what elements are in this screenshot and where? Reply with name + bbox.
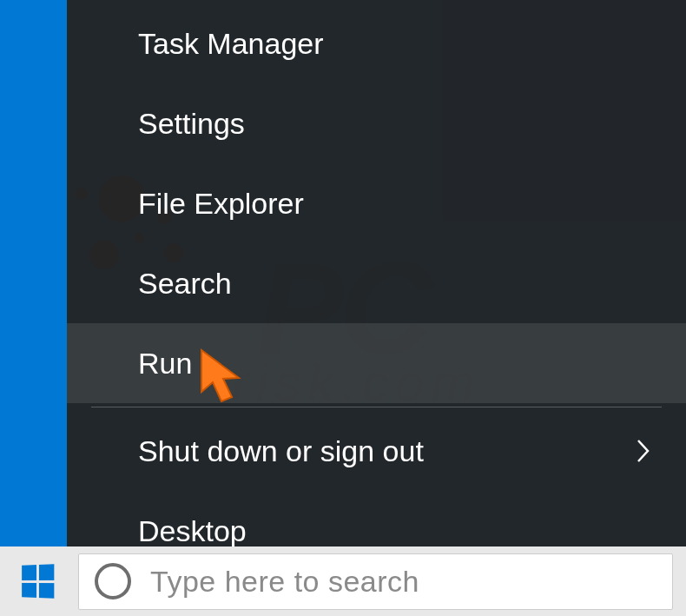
menu-item-task-manager[interactable]: Task Manager (67, 3, 686, 83)
menu-item-run[interactable]: Run (67, 323, 686, 403)
menu-divider (91, 407, 662, 407)
chevron-right-icon (636, 437, 651, 465)
search-placeholder: Type here to search (150, 565, 419, 599)
menu-item-label: Run (138, 347, 192, 381)
menu-item-label: Desktop (138, 514, 247, 548)
menu-item-label: Search (138, 267, 232, 301)
menu-item-file-explorer[interactable]: File Explorer (67, 163, 686, 243)
menu-item-search[interactable]: Search (67, 243, 686, 323)
menu-item-label: Settings (138, 107, 245, 141)
winx-context-menu: Task Manager Settings File Explorer Sear… (67, 0, 686, 573)
search-icon (95, 563, 131, 599)
menu-item-label: Shut down or sign out (138, 434, 424, 468)
taskbar: Type here to search (0, 546, 686, 616)
menu-item-label: Task Manager (138, 27, 324, 61)
start-button[interactable] (0, 546, 74, 616)
windows-logo-icon (22, 564, 54, 599)
search-box[interactable]: Type here to search (78, 553, 673, 610)
menu-item-settings[interactable]: Settings (67, 83, 686, 163)
menu-item-label: File Explorer (138, 187, 304, 221)
desktop-background: PC risk.com Task Manager Settings File E… (0, 0, 686, 616)
menu-item-shutdown[interactable]: Shut down or sign out (67, 411, 686, 491)
